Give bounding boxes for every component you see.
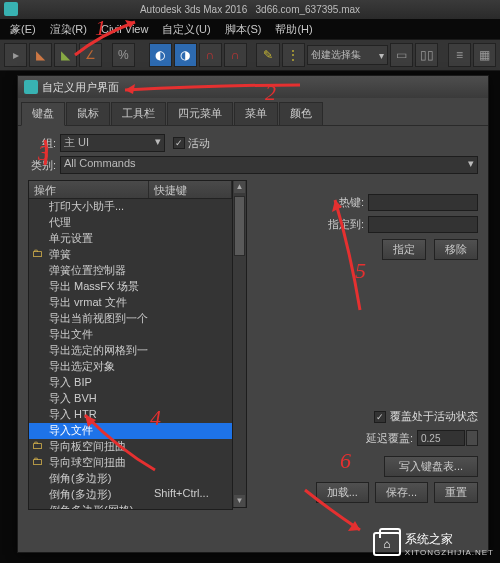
dialog-titlebar[interactable]: 自定义用户界面 (18, 76, 488, 98)
dialog-tabs: 键盘 鼠标 工具栏 四元菜单 菜单 颜色 (18, 102, 488, 126)
delay-label: 延迟覆盖: (366, 431, 413, 446)
tab-toolbar[interactable]: 工具栏 (111, 102, 166, 126)
delay-spin-buttons[interactable] (466, 430, 478, 446)
table-row[interactable]: 导出 vrmat 文件 (29, 295, 232, 311)
overwrite-checkbox[interactable]: ✓ (374, 411, 386, 423)
active-checkbox-wrap[interactable]: ✓ 活动 (173, 136, 210, 151)
tool-mirror-icon[interactable]: ▯▯ (415, 43, 438, 67)
main-menubar: 篆(E) 渲染(R) Civil View 自定义(U) 脚本(S) 帮助(H) (0, 19, 500, 39)
table-row[interactable]: 导入 HTR (29, 407, 232, 423)
tab-color[interactable]: 颜色 (279, 102, 323, 126)
scroll-down-icon[interactable]: ▼ (234, 495, 245, 507)
category-select[interactable]: All Commands▾ (60, 156, 478, 174)
dialog-title-text: 自定义用户界面 (42, 80, 119, 95)
app-titlebar: Autodesk 3ds Max 2016 3d66.com_637395.ma… (0, 0, 500, 19)
category-label: 类别: (28, 158, 60, 173)
table-row[interactable]: 单元设置 (29, 231, 232, 247)
reset-button[interactable]: 重置 (434, 482, 478, 503)
table-row[interactable]: 导入 BIP (29, 375, 232, 391)
write-keyboard-button[interactable]: 写入键盘表... (384, 456, 478, 477)
tool-angle-icon[interactable]: ∠ (79, 43, 102, 67)
table-row[interactable]: 导出选定的网格到一... (29, 343, 232, 359)
table-row[interactable]: 🗀导向板空间扭曲 (29, 439, 232, 455)
tool-marker-icon[interactable]: ◣ (54, 43, 77, 67)
menu-help[interactable]: 帮助(H) (269, 20, 318, 39)
folder-icon: 🗀 (32, 439, 44, 451)
assign-button[interactable]: 指定 (382, 239, 426, 260)
table-row[interactable]: 倒角(多边形) (29, 471, 232, 487)
delay-spinner[interactable]: 0.25 (417, 430, 465, 446)
tool-layers-icon[interactable]: ≡ (448, 43, 471, 67)
folder-icon: 🗀 (32, 455, 44, 467)
tool-window-icon[interactable]: ▭ (390, 43, 413, 67)
action-list[interactable]: 操作 快捷键 打印大小助手...代理单元设置🗀弹簧弹簧位置控制器导出 MassF… (28, 180, 233, 510)
main-toolbar: ▸ ◣ ◣ ∠ % ◐ ◑ ∩ ∩ ✎ ⋮ 创建选择集▾ ▭ ▯▯ ≡ ▦ (0, 39, 500, 71)
load-button[interactable]: 加载... (316, 482, 369, 503)
tool-bookmark-icon[interactable]: ◣ (29, 43, 52, 67)
tool-magnet2-icon[interactable]: ∩ (224, 43, 247, 67)
tool-shoe1-icon[interactable]: ◐ (149, 43, 172, 67)
table-row[interactable]: 打印大小助手... (29, 199, 232, 215)
menu-customize[interactable]: 自定义(U) (156, 20, 216, 39)
tool-magnet-icon[interactable]: ∩ (199, 43, 222, 67)
app-title: Autodesk 3ds Max 2016 3d66.com_637395.ma… (140, 4, 360, 15)
tab-mouse[interactable]: 鼠标 (66, 102, 110, 126)
folder-icon: 🗀 (32, 247, 44, 259)
tool-shoe2-icon[interactable]: ◑ (174, 43, 197, 67)
tool-graph-icon[interactable]: ▦ (473, 43, 496, 67)
tool-edit-icon[interactable]: ✎ (256, 43, 279, 67)
menu-edit[interactable]: 篆(E) (10, 20, 42, 39)
watermark: ⌂ 系统之家 XITONGZHIJIA.NET (373, 531, 494, 557)
tab-keyboard[interactable]: 键盘 (21, 102, 65, 126)
list-header: 操作 快捷键 (29, 181, 232, 199)
hotkey-label: 热键: (339, 195, 364, 210)
right-panel: 热键: 指定到: 指定 移除 ✓ 覆盖处于活动状态 (247, 180, 478, 510)
tab-panel: 组: 主 UI▾ ✓ 活动 类别: All Commands▾ 操作 快捷键 打… (18, 125, 488, 551)
group-label: 组: (28, 136, 60, 151)
dialog-logo-icon (24, 80, 38, 94)
list-header-shortcut[interactable]: 快捷键 (149, 181, 232, 198)
scroll-up-icon[interactable]: ▲ (234, 181, 245, 193)
remove-button[interactable]: 移除 (434, 239, 478, 260)
table-row[interactable]: 导入文件 (29, 423, 232, 439)
tool-flag-icon[interactable]: ▸ (4, 43, 27, 67)
table-row[interactable]: 倒角(多边形)Shift+Ctrl... (29, 487, 232, 503)
list-body[interactable]: 打印大小助手...代理单元设置🗀弹簧弹簧位置控制器导出 MassFX 场景导出 … (29, 199, 232, 510)
watermark-sub: XITONGZHIJIA.NET (405, 548, 494, 557)
tool-dots-icon[interactable]: ⋮ (282, 43, 305, 67)
hotkey-input[interactable] (368, 194, 478, 211)
assigned-label: 指定到: (328, 217, 364, 232)
menu-render[interactable]: 渲染(R) (44, 20, 93, 39)
table-row[interactable]: 倒角多边形(网格) (29, 503, 232, 510)
watermark-brand: 系统之家 (405, 531, 494, 548)
customize-ui-dialog: 自定义用户界面 键盘 鼠标 工具栏 四元菜单 菜单 颜色 组: 主 UI▾ ✓ … (17, 75, 489, 553)
table-row[interactable]: 导出 MassFX 场景 (29, 279, 232, 295)
table-row[interactable]: 导出当前视图到一个... (29, 311, 232, 327)
watermark-logo-icon: ⌂ (373, 532, 401, 556)
scroll-thumb[interactable] (234, 196, 245, 256)
list-scrollbar[interactable]: ▲ ▼ (233, 180, 247, 508)
table-row[interactable]: 导出选定对象 (29, 359, 232, 375)
tool-percent-icon[interactable]: % (112, 43, 135, 67)
table-row[interactable]: 🗀弹簧 (29, 247, 232, 263)
assigned-input[interactable] (368, 216, 478, 233)
menu-script[interactable]: 脚本(S) (219, 20, 268, 39)
overwrite-label: 覆盖处于活动状态 (390, 409, 478, 424)
table-row[interactable]: 🗀导向球空间扭曲 (29, 455, 232, 471)
app-logo-icon (4, 2, 18, 16)
tab-quadmenu[interactable]: 四元菜单 (167, 102, 233, 126)
table-row[interactable]: 导入 BVH (29, 391, 232, 407)
list-header-action[interactable]: 操作 (29, 181, 149, 198)
tab-menu[interactable]: 菜单 (234, 102, 278, 126)
active-checkbox[interactable]: ✓ (173, 137, 185, 149)
group-select[interactable]: 主 UI▾ (60, 134, 165, 152)
menu-civilview[interactable]: Civil View (95, 21, 154, 37)
table-row[interactable]: 代理 (29, 215, 232, 231)
save-button[interactable]: 保存... (375, 482, 428, 503)
toolbar-selection-set-dropdown[interactable]: 创建选择集▾ (307, 45, 389, 65)
table-row[interactable]: 弹簧位置控制器 (29, 263, 232, 279)
table-row[interactable]: 导出文件 (29, 327, 232, 343)
